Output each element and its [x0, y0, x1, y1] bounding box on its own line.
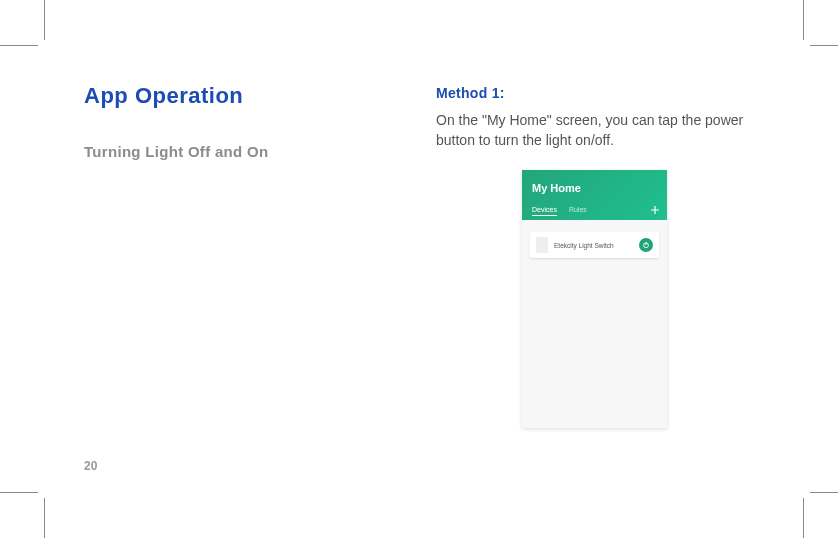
tab-devices[interactable]: Devices — [532, 206, 557, 216]
document-page: App Operation Turning Light Off and On M… — [44, 45, 804, 493]
crop-mark — [44, 498, 45, 538]
crop-mark — [803, 0, 804, 40]
tab-rules[interactable]: Rules — [569, 206, 587, 216]
crop-mark — [810, 45, 838, 46]
page-number: 20 — [84, 459, 97, 473]
crop-mark — [0, 492, 38, 493]
device-label: Etekcity Light Switch — [554, 242, 633, 249]
device-thumbnail — [536, 237, 548, 253]
device-row[interactable]: Etekcity Light Switch — [530, 232, 659, 258]
phone-app-title: My Home — [532, 182, 581, 194]
crop-mark — [0, 45, 38, 46]
crop-mark — [803, 498, 804, 538]
crop-mark — [44, 0, 45, 40]
phone-screenshot: My Home Devices Rules Etekcity Light Swi… — [522, 170, 667, 428]
phone-header: My Home Devices Rules — [522, 170, 667, 220]
phone-tabs: Devices Rules — [532, 206, 587, 216]
plus-icon[interactable] — [651, 206, 659, 214]
right-column: Method 1: On the "My Home" screen, you c… — [436, 85, 776, 150]
power-button[interactable] — [639, 238, 653, 252]
subsection-title: Turning Light Off and On — [84, 143, 384, 160]
left-column: App Operation Turning Light Off and On — [84, 83, 384, 160]
method-body: On the "My Home" screen, you can tap the… — [436, 111, 776, 150]
section-title: App Operation — [84, 83, 384, 109]
crop-mark — [810, 492, 838, 493]
method-title: Method 1: — [436, 85, 776, 101]
